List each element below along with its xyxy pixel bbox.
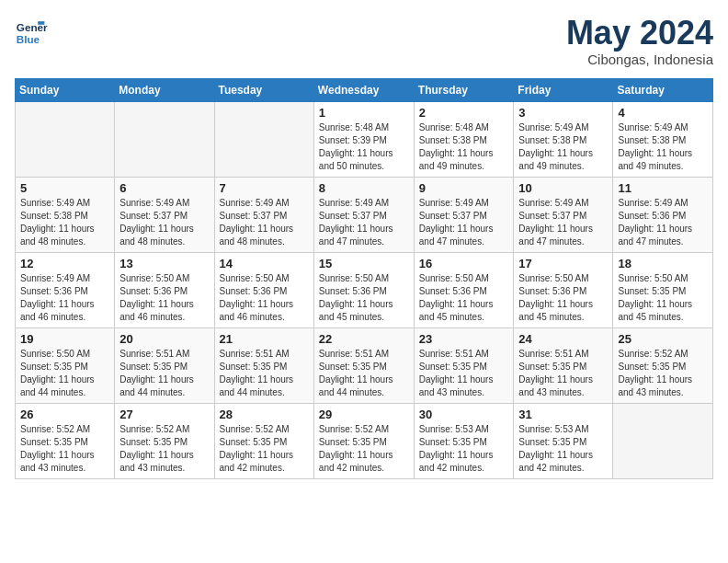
day-info: Sunrise: 5:53 AM Sunset: 5:35 PM Dayligh… [419, 423, 509, 475]
calendar-cell [16, 101, 115, 177]
day-number: 9 [419, 181, 509, 195]
day-info: Sunrise: 5:49 AM Sunset: 5:37 PM Dayligh… [119, 197, 209, 248]
calendar-cell [613, 403, 713, 478]
day-number: 12 [20, 257, 109, 270]
calendar-cell: 24Sunrise: 5:51 AM Sunset: 5:35 PM Dayli… [514, 327, 613, 403]
day-number: 18 [618, 257, 708, 270]
calendar-cell: 15Sunrise: 5:50 AM Sunset: 5:36 PM Dayli… [313, 252, 414, 327]
day-info: Sunrise: 5:49 AM Sunset: 5:36 PM Dayligh… [20, 272, 109, 324]
calendar-cell: 31Sunrise: 5:53 AM Sunset: 5:35 PM Dayli… [514, 403, 613, 478]
day-info: Sunrise: 5:50 AM Sunset: 5:36 PM Dayligh… [518, 272, 608, 324]
day-info: Sunrise: 5:51 AM Sunset: 5:35 PM Dayligh… [220, 348, 309, 399]
title-area: May 2024 Cibongas, Indonesia [566, 15, 713, 67]
day-number: 24 [518, 332, 608, 346]
day-info: Sunrise: 5:48 AM Sunset: 5:38 PM Dayligh… [419, 121, 509, 173]
day-header-wednesday: Wednesday [313, 78, 414, 101]
day-header-thursday: Thursday [414, 78, 514, 101]
day-info: Sunrise: 5:49 AM Sunset: 5:38 PM Dayligh… [618, 121, 708, 173]
day-number: 14 [220, 257, 309, 270]
calendar-cell: 9Sunrise: 5:49 AM Sunset: 5:37 PM Daylig… [414, 177, 514, 252]
day-header-sunday: Sunday [16, 78, 115, 101]
calendar-week-row: 26Sunrise: 5:52 AM Sunset: 5:35 PM Dayli… [16, 403, 713, 478]
day-header-saturday: Saturday [613, 78, 713, 101]
day-info: Sunrise: 5:49 AM Sunset: 5:37 PM Dayligh… [319, 197, 409, 248]
day-number: 25 [618, 332, 708, 346]
calendar-cell: 19Sunrise: 5:50 AM Sunset: 5:35 PM Dayli… [16, 327, 115, 403]
day-info: Sunrise: 5:50 AM Sunset: 5:36 PM Dayligh… [220, 272, 309, 324]
svg-marker-3 [38, 21, 44, 25]
calendar-cell [115, 101, 214, 177]
calendar-cell: 29Sunrise: 5:52 AM Sunset: 5:35 PM Dayli… [313, 403, 414, 478]
day-header-monday: Monday [115, 78, 214, 101]
day-number: 3 [518, 106, 608, 120]
calendar-cell: 10Sunrise: 5:49 AM Sunset: 5:37 PM Dayli… [514, 177, 613, 252]
calendar-cell: 12Sunrise: 5:49 AM Sunset: 5:36 PM Dayli… [16, 252, 115, 327]
calendar-week-row: 19Sunrise: 5:50 AM Sunset: 5:35 PM Dayli… [16, 327, 713, 403]
day-header-tuesday: Tuesday [214, 78, 313, 101]
calendar-cell: 6Sunrise: 5:49 AM Sunset: 5:37 PM Daylig… [115, 177, 214, 252]
day-number: 20 [119, 332, 209, 346]
day-info: Sunrise: 5:52 AM Sunset: 5:35 PM Dayligh… [119, 423, 209, 475]
calendar-cell: 28Sunrise: 5:52 AM Sunset: 5:35 PM Dayli… [214, 403, 313, 478]
day-number: 21 [220, 332, 309, 346]
day-header-friday: Friday [514, 78, 613, 101]
day-info: Sunrise: 5:52 AM Sunset: 5:35 PM Dayligh… [220, 423, 309, 475]
day-number: 16 [419, 257, 509, 270]
day-number: 6 [119, 181, 209, 195]
logo: General Blue [15, 15, 48, 48]
day-number: 17 [518, 257, 608, 270]
calendar-cell: 17Sunrise: 5:50 AM Sunset: 5:36 PM Dayli… [514, 252, 613, 327]
day-info: Sunrise: 5:51 AM Sunset: 5:35 PM Dayligh… [518, 348, 608, 399]
day-number: 11 [618, 181, 708, 195]
calendar-cell: 8Sunrise: 5:49 AM Sunset: 5:37 PM Daylig… [313, 177, 414, 252]
calendar-cell: 23Sunrise: 5:51 AM Sunset: 5:35 PM Dayli… [414, 327, 514, 403]
day-number: 5 [20, 181, 109, 195]
day-info: Sunrise: 5:49 AM Sunset: 5:37 PM Dayligh… [518, 197, 608, 248]
calendar-subtitle: Cibongas, Indonesia [566, 52, 713, 67]
day-info: Sunrise: 5:51 AM Sunset: 5:35 PM Dayligh… [419, 348, 509, 399]
calendar-cell [214, 101, 313, 177]
day-number: 19 [20, 332, 109, 346]
calendar-cell: 25Sunrise: 5:52 AM Sunset: 5:35 PM Dayli… [613, 327, 713, 403]
day-number: 31 [518, 408, 608, 421]
day-number: 13 [119, 257, 209, 270]
day-info: Sunrise: 5:50 AM Sunset: 5:36 PM Dayligh… [119, 272, 209, 324]
day-number: 8 [319, 181, 409, 195]
calendar-title: May 2024 [566, 15, 713, 52]
calendar-cell: 21Sunrise: 5:51 AM Sunset: 5:35 PM Dayli… [214, 327, 313, 403]
day-info: Sunrise: 5:49 AM Sunset: 5:38 PM Dayligh… [20, 197, 109, 248]
day-info: Sunrise: 5:48 AM Sunset: 5:39 PM Dayligh… [319, 121, 409, 173]
calendar-cell: 1Sunrise: 5:48 AM Sunset: 5:39 PM Daylig… [313, 101, 414, 177]
calendar-week-row: 1Sunrise: 5:48 AM Sunset: 5:39 PM Daylig… [16, 101, 713, 177]
calendar-header-row: SundayMondayTuesdayWednesdayThursdayFrid… [16, 78, 713, 101]
calendar-cell: 26Sunrise: 5:52 AM Sunset: 5:35 PM Dayli… [16, 403, 115, 478]
calendar-table: SundayMondayTuesdayWednesdayThursdayFrid… [15, 78, 713, 479]
day-info: Sunrise: 5:50 AM Sunset: 5:36 PM Dayligh… [319, 272, 409, 324]
day-number: 23 [419, 332, 509, 346]
day-info: Sunrise: 5:50 AM Sunset: 5:36 PM Dayligh… [419, 272, 509, 324]
day-number: 2 [419, 106, 509, 120]
day-number: 22 [319, 332, 409, 346]
day-info: Sunrise: 5:50 AM Sunset: 5:35 PM Dayligh… [618, 272, 708, 324]
day-info: Sunrise: 5:50 AM Sunset: 5:35 PM Dayligh… [20, 348, 109, 399]
day-number: 1 [319, 106, 409, 120]
day-info: Sunrise: 5:52 AM Sunset: 5:35 PM Dayligh… [20, 423, 109, 475]
calendar-cell: 27Sunrise: 5:52 AM Sunset: 5:35 PM Dayli… [115, 403, 214, 478]
day-info: Sunrise: 5:49 AM Sunset: 5:36 PM Dayligh… [618, 197, 708, 248]
day-info: Sunrise: 5:49 AM Sunset: 5:38 PM Dayligh… [518, 121, 608, 173]
day-number: 15 [319, 257, 409, 270]
calendar-cell: 4Sunrise: 5:49 AM Sunset: 5:38 PM Daylig… [613, 101, 713, 177]
day-info: Sunrise: 5:49 AM Sunset: 5:37 PM Dayligh… [419, 197, 509, 248]
day-info: Sunrise: 5:52 AM Sunset: 5:35 PM Dayligh… [319, 423, 409, 475]
logo-icon: General Blue [15, 15, 48, 48]
calendar-cell: 20Sunrise: 5:51 AM Sunset: 5:35 PM Dayli… [115, 327, 214, 403]
day-number: 7 [220, 181, 309, 195]
calendar-cell: 16Sunrise: 5:50 AM Sunset: 5:36 PM Dayli… [414, 252, 514, 327]
svg-text:Blue: Blue [17, 33, 40, 45]
calendar-cell: 13Sunrise: 5:50 AM Sunset: 5:36 PM Dayli… [115, 252, 214, 327]
day-info: Sunrise: 5:52 AM Sunset: 5:35 PM Dayligh… [618, 348, 708, 399]
calendar-cell: 7Sunrise: 5:49 AM Sunset: 5:37 PM Daylig… [214, 177, 313, 252]
calendar-cell: 3Sunrise: 5:49 AM Sunset: 5:38 PM Daylig… [514, 101, 613, 177]
day-number: 29 [319, 408, 409, 421]
header: General Blue May 2024 Cibongas, Indonesi… [15, 15, 713, 67]
